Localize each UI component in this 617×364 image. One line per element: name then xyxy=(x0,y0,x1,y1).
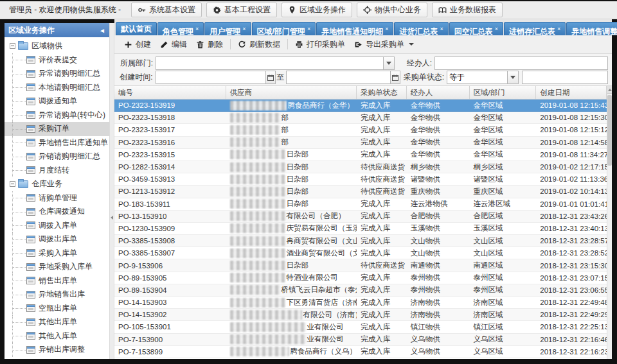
collapse-node-icon[interactable] xyxy=(10,43,15,49)
table-row[interactable]: PO-13-153910有限公司（合肥）完成入库合肥物供合肥区域2018-12-… xyxy=(114,211,607,223)
table-row[interactable]: PO-2323-153915日杂部完成入库金华物供金华区域2019-01-08 … xyxy=(114,149,607,161)
data-reports-button[interactable]: 业务数据报表 xyxy=(432,3,503,17)
scrollbar-thumb[interactable] xyxy=(607,95,612,166)
tree-folder-1[interactable]: 仓库业务 xyxy=(4,177,109,191)
table-row[interactable]: PO-1230-153909庆贸易有限公司（玉溪）完成入库玉溪物供玉溪区域201… xyxy=(114,223,607,235)
calendar-icon[interactable] xyxy=(265,71,275,83)
table-row[interactable]: PO-14-153903下区勇清百货店（济南）完成入库济南物供济南区域2018-… xyxy=(114,297,607,309)
region-operations-button[interactable]: 区域业务操作 xyxy=(282,3,352,17)
close-icon[interactable]: × xyxy=(385,26,388,32)
print-po-button[interactable]: 打印采购单 xyxy=(291,37,350,52)
calendar-icon[interactable] xyxy=(390,71,400,83)
agent-field[interactable] xyxy=(434,56,608,70)
system-settings-button[interactable]: 系统基本设置 xyxy=(131,3,202,17)
sidebar-scrollbar[interactable] xyxy=(109,23,114,359)
tree-item[interactable]: 月度结转 xyxy=(4,164,109,178)
table-row[interactable]: PO-9-153906日杂部待供应商送货南通物供南通区域2018-12-31 2… xyxy=(114,259,607,272)
tree-item[interactable]: 采购订单 xyxy=(4,122,109,136)
table-scrollbar[interactable] xyxy=(607,86,612,359)
tab-1[interactable]: 角色管理× xyxy=(157,22,204,35)
column-header-4[interactable]: 区域/部门 xyxy=(470,86,537,99)
po-status-value-input[interactable] xyxy=(523,71,607,83)
tree-item[interactable]: 请购单管理 xyxy=(4,191,109,205)
table-row[interactable]: PO-105-153901业有限公司完成入库镇江物供镇江区域2018-12-31… xyxy=(114,321,607,333)
created-to-input[interactable] xyxy=(287,71,391,83)
tree-item[interactable]: 调拨入库单 xyxy=(4,219,109,233)
agent-input[interactable] xyxy=(435,57,607,69)
table-row[interactable]: PO-2323-153916部完成入库金华物供金华区域2019-01-08 12… xyxy=(114,137,607,149)
table-row[interactable]: PO-2323-153917部完成入库金华物供金华区域2019-01-08 12… xyxy=(114,124,607,136)
tree-item[interactable]: 异地采购入库单 xyxy=(4,260,109,274)
tab-6[interactable]: 回空汇总表× xyxy=(449,22,503,35)
export-po-button[interactable]: 导出采购单 xyxy=(350,37,418,52)
column-header-0[interactable]: 编号 xyxy=(114,86,226,99)
table-row[interactable]: PO-183-153911日杂部完成入库连云港物供连云港区域2019-01-01… xyxy=(114,198,607,211)
table-row[interactable]: PO-14-153902有限公司（济南）完成入库济南物供济南区域2018-12-… xyxy=(114,309,607,321)
tree-item[interactable]: 异地销售出库 xyxy=(4,288,109,302)
tree-item[interactable]: 异地销售出库通知单 xyxy=(4,136,109,150)
tree-folder-0[interactable]: 区域物供 xyxy=(4,39,109,53)
table-row[interactable]: PO-89-153905特酒业有限公司完成入库泰州物供泰州区域2018-12-3… xyxy=(114,272,607,284)
tree-item[interactable]: 空瓶出库单 xyxy=(4,302,109,316)
edit-button[interactable]: 编辑 xyxy=(156,37,192,52)
tree-item[interactable]: 异销请购明细汇总 xyxy=(4,150,109,164)
table-row[interactable]: PO-3385-153908冉商贸有限公司（文山）完成入库文山物供文山区域201… xyxy=(114,235,607,247)
close-icon[interactable]: × xyxy=(557,26,560,32)
table-row[interactable]: PO-3459-153913日杂部待供应商送货诸暨物供诸暨区域2019-01-0… xyxy=(114,173,607,186)
created-from-input[interactable] xyxy=(156,71,265,83)
scroll-up-icon[interactable] xyxy=(607,86,612,94)
close-icon[interactable]: × xyxy=(440,26,443,32)
sidebar-header[interactable]: 区域业务操作 ◄ xyxy=(4,23,109,37)
table-row[interactable]: PO-7-153899腾食品商行（义乌）完成入库义乌物供义乌区域2018-12-… xyxy=(114,346,607,358)
dropdown-icon[interactable] xyxy=(383,57,394,69)
tree-item[interactable]: 异销出库调整 xyxy=(4,343,109,357)
department-input[interactable] xyxy=(156,57,383,69)
tree-item[interactable]: 调拨出库单 xyxy=(4,232,109,247)
delete-button[interactable]: 删除 xyxy=(192,37,228,52)
table-row[interactable]: PO-1213-153912日杂部待供应商送货重庆物供重庆区域2019-01-0… xyxy=(114,186,607,198)
close-icon[interactable]: × xyxy=(307,26,310,32)
tree-item[interactable]: 异常请购明细汇总 xyxy=(4,67,109,81)
refresh-button[interactable]: 刷新数据 xyxy=(233,37,285,52)
tree-item[interactable]: 仓库调拨通知 xyxy=(4,205,109,219)
tree-item[interactable]: 销售出库单 xyxy=(4,274,109,288)
created-from-field[interactable] xyxy=(156,71,276,84)
collapse-sidebar-icon[interactable]: ◄ xyxy=(99,27,105,34)
dropdown-icon[interactable] xyxy=(507,71,518,83)
close-icon[interactable]: × xyxy=(495,26,498,32)
tree-item[interactable]: 采购入库单 xyxy=(4,247,109,261)
tab-4[interactable]: 异地销售通知明细× xyxy=(316,22,393,35)
close-icon[interactable]: × xyxy=(195,26,199,32)
table-row[interactable]: PO-2323-153918部完成入库金华物供金华区域2019-01-08 12… xyxy=(114,112,607,124)
table-row[interactable]: PO-2323-153919腾食品商行（金华）完成入库金华物供金华区域2019-… xyxy=(114,100,607,112)
po-status-operator[interactable] xyxy=(447,71,507,83)
tree-item[interactable]: 异常请购单(转中心) xyxy=(4,108,109,123)
po-status-value-field[interactable] xyxy=(522,71,608,84)
column-header-3[interactable]: 经办人 xyxy=(407,86,470,99)
collapse-node-icon[interactable] xyxy=(10,181,15,187)
table-row[interactable]: PO-7-153900业有限公司完成入库义乌物供义乌区域2018-12-31 2… xyxy=(114,334,607,346)
basic-engineering-button[interactable]: 基本工程设置 xyxy=(206,3,277,17)
tree-item[interactable]: 调拨通知单 xyxy=(4,94,109,108)
tree-item[interactable]: 其他入库单 xyxy=(4,329,109,343)
tab-0[interactable]: 默认首页 xyxy=(116,22,157,35)
tab-8[interactable]: 异地销售调整明细× xyxy=(566,22,617,35)
create-button[interactable]: 创建 xyxy=(120,37,156,52)
created-to-field[interactable] xyxy=(286,71,401,84)
tab-7[interactable]: 进销存汇总表× xyxy=(504,22,566,35)
tab-3[interactable]: 区域/部门管理× xyxy=(252,22,316,35)
tab-5[interactable]: 进货汇总表× xyxy=(394,22,448,35)
tree-item[interactable]: 本地请购明细汇总 xyxy=(4,81,109,95)
tree-item[interactable]: 评价表提交 xyxy=(4,53,109,67)
column-header-5[interactable]: 创建日期 xyxy=(536,86,607,99)
column-header-2[interactable]: 采购单状态 xyxy=(357,86,407,99)
table-row[interactable]: PO-89-153904桥镇飞云日杂超市（泰州）完成入库泰州物供泰州区域2018… xyxy=(114,284,607,297)
table-row[interactable]: PO-3385-153907酒业商贸有限公司（文山）完成入库文山物供文山区域20… xyxy=(114,247,607,259)
department-select[interactable] xyxy=(156,56,395,70)
tab-2[interactable]: 用户管理× xyxy=(204,22,251,35)
supply-center-button[interactable]: 物供中心业务 xyxy=(357,3,427,17)
po-status-operator-select[interactable] xyxy=(447,71,519,84)
column-header-1[interactable]: 供应商 xyxy=(226,86,357,99)
close-icon[interactable]: × xyxy=(242,26,246,32)
tree-item[interactable]: 其他出库单 xyxy=(4,315,109,329)
